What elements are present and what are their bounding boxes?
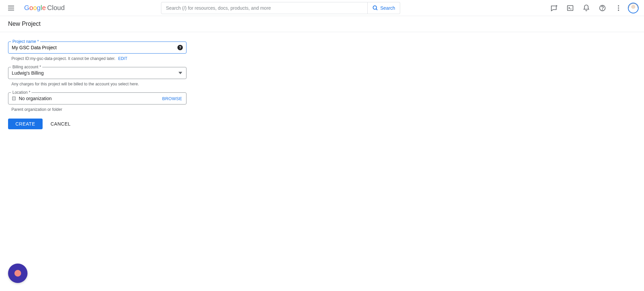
avatar[interactable]	[628, 3, 639, 13]
billing-account-field: Billing account * Ludwig's Billing	[8, 67, 186, 79]
help-icon[interactable]	[596, 1, 609, 15]
billing-account-select[interactable]: Billing account * Ludwig's Billing	[8, 67, 186, 79]
search-container: Search	[161, 2, 400, 14]
create-button[interactable]: CREATE	[8, 119, 43, 129]
project-id-helper: Project ID: my-gsc-data-project . It can…	[11, 56, 186, 61]
project-name-label: Project name *	[11, 39, 40, 44]
cancel-button[interactable]: CANCEL	[51, 119, 71, 129]
svg-line-1	[376, 9, 377, 10]
svg-point-6	[618, 5, 619, 6]
location-label: Location *	[11, 90, 32, 95]
billing-account-label: Billing account *	[11, 65, 42, 69]
project-name-help-icon[interactable]: ?	[177, 45, 183, 50]
chat-icon[interactable]	[547, 1, 561, 15]
search-button[interactable]: Search	[368, 2, 400, 14]
svg-point-7	[618, 7, 619, 9]
notifications-icon[interactable]	[580, 1, 593, 15]
svg-rect-9	[12, 97, 15, 100]
more-icon[interactable]	[612, 1, 625, 15]
menu-icon[interactable]	[5, 1, 19, 15]
browse-location-button[interactable]: BROWSE	[162, 96, 182, 101]
logo[interactable]: Google Cloud	[24, 4, 65, 12]
svg-point-0	[373, 6, 377, 9]
location-field: Location * No organization BROWSE	[8, 92, 186, 104]
project-name-field: Project name * ?	[8, 42, 186, 54]
cloudshell-icon[interactable]	[564, 1, 577, 15]
location-value: No organization	[17, 93, 162, 104]
location-helper: Parent organization or folder	[11, 107, 186, 112]
edit-project-id-link[interactable]: EDIT	[118, 56, 127, 61]
search-input[interactable]	[161, 2, 368, 14]
svg-rect-2	[568, 5, 573, 10]
logo-cloud-text: Cloud	[47, 4, 65, 12]
header-actions	[547, 1, 639, 15]
page-title: New Project	[0, 16, 644, 32]
form-content: Project name * ? Project ID: my-gsc-data…	[0, 32, 195, 139]
svg-point-8	[618, 9, 619, 11]
organization-icon	[12, 96, 16, 101]
billing-helper: Any charges for this project will be bil…	[11, 82, 186, 86]
form-actions: CREATE CANCEL	[8, 119, 186, 129]
chevron-down-icon	[178, 71, 182, 75]
header: Google Cloud Search	[0, 0, 644, 16]
search-button-label: Search	[380, 5, 395, 11]
svg-point-5	[602, 9, 603, 10]
search-icon	[372, 5, 378, 11]
